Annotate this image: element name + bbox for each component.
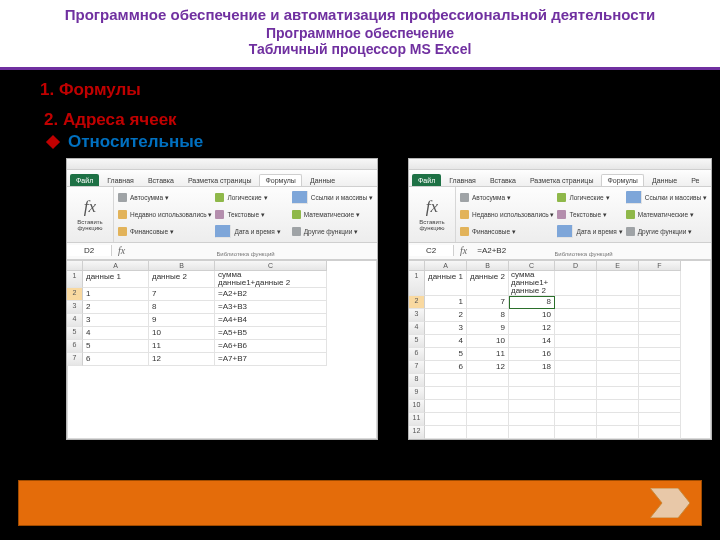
cell[interactable]: 18 [509, 361, 555, 374]
ribbon-math[interactable]: Математические ▾ [292, 207, 373, 223]
col-header[interactable]: A [83, 261, 149, 271]
col-header[interactable]: D [555, 261, 597, 271]
ribbon-datetime[interactable]: Дата и время ▾ [557, 224, 622, 240]
cell[interactable]: 16 [509, 348, 555, 361]
formula-input[interactable]: =A2+B2 [473, 246, 711, 255]
row-header[interactable]: 3 [409, 309, 425, 322]
cell[interactable] [425, 413, 467, 426]
ribbon-financial[interactable]: Финансовые ▾ [118, 224, 212, 240]
cell[interactable]: 6 [83, 353, 149, 366]
cell[interactable]: 10 [467, 335, 509, 348]
cell[interactable]: 12 [467, 361, 509, 374]
col-header[interactable]: B [149, 261, 215, 271]
row-header[interactable]: 7 [409, 361, 425, 374]
cell[interactable]: 12 [509, 322, 555, 335]
cell[interactable] [639, 413, 681, 426]
cell[interactable] [597, 335, 639, 348]
cell[interactable]: 8 [509, 296, 555, 309]
cell[interactable] [509, 426, 555, 439]
cell[interactable] [509, 400, 555, 413]
row-header[interactable]: 5 [67, 327, 83, 340]
tab-data[interactable]: Данные [646, 174, 683, 186]
tab-file[interactable]: Файл [412, 174, 441, 186]
tab-home[interactable]: Главная [101, 174, 140, 186]
cell[interactable] [555, 374, 597, 387]
ribbon-recent[interactable]: Недавно использовались ▾ [118, 207, 212, 223]
ribbon-financial[interactable]: Финансовые ▾ [460, 224, 554, 240]
cell[interactable] [597, 271, 639, 296]
row-header[interactable]: 7 [67, 353, 83, 366]
cell[interactable]: 4 [425, 335, 467, 348]
cell[interactable] [555, 413, 597, 426]
select-all-corner[interactable] [67, 261, 83, 271]
cell[interactable] [639, 374, 681, 387]
cell[interactable]: 11 [467, 348, 509, 361]
tab-file[interactable]: Файл [70, 174, 99, 186]
ribbon-text[interactable]: Текстовые ▾ [215, 207, 288, 223]
cell[interactable] [597, 348, 639, 361]
next-slide-button[interactable] [650, 488, 690, 518]
cell[interactable] [639, 387, 681, 400]
cell[interactable]: данные 1 [83, 271, 149, 288]
ribbon-recent[interactable]: Недавно использовались ▾ [460, 207, 554, 223]
cell[interactable]: 7 [467, 296, 509, 309]
col-header[interactable]: A [425, 261, 467, 271]
row-header[interactable]: 6 [67, 340, 83, 353]
cell[interactable] [639, 361, 681, 374]
cell[interactable]: 2 [83, 301, 149, 314]
col-header[interactable]: C [509, 261, 555, 271]
cell[interactable] [555, 322, 597, 335]
name-box[interactable]: D2 [67, 245, 112, 256]
tab-insert[interactable]: Вставка [484, 174, 522, 186]
cell[interactable]: =A4+B4 [215, 314, 327, 327]
row-header[interactable]: 5 [409, 335, 425, 348]
cell[interactable]: 9 [149, 314, 215, 327]
row-header[interactable]: 4 [67, 314, 83, 327]
cell[interactable] [467, 387, 509, 400]
cell[interactable]: ▦ [509, 374, 555, 387]
cell[interactable]: сумма данные1+данные 2 [215, 271, 327, 288]
cell[interactable] [555, 348, 597, 361]
cell[interactable] [639, 426, 681, 439]
cell[interactable]: 8 [467, 309, 509, 322]
cell[interactable]: 1 [83, 288, 149, 301]
cell[interactable] [555, 271, 597, 296]
cell[interactable]: 6 [425, 361, 467, 374]
cell[interactable]: =A7+B7 [215, 353, 327, 366]
row-header[interactable]: 2 [67, 288, 83, 301]
cell[interactable] [639, 400, 681, 413]
row-header[interactable]: 1 [67, 271, 83, 288]
cell[interactable] [555, 426, 597, 439]
cell[interactable] [639, 309, 681, 322]
cell[interactable]: 3 [83, 314, 149, 327]
cell[interactable] [555, 400, 597, 413]
tab-data[interactable]: Данные [304, 174, 341, 186]
cell[interactable]: =A6+B6 [215, 340, 327, 353]
cell[interactable] [555, 309, 597, 322]
cell[interactable] [597, 400, 639, 413]
tab-home[interactable]: Главная [443, 174, 482, 186]
cell[interactable]: 5 [425, 348, 467, 361]
cell[interactable] [597, 309, 639, 322]
cell[interactable] [509, 413, 555, 426]
cell[interactable] [597, 374, 639, 387]
ribbon-math[interactable]: Математические ▾ [626, 207, 707, 223]
ribbon-autosum[interactable]: Автосумма ▾ [460, 190, 554, 206]
tab-formulas[interactable]: Формулы [259, 174, 301, 186]
cell[interactable] [597, 426, 639, 439]
cell[interactable]: 10 [149, 327, 215, 340]
cell[interactable] [425, 387, 467, 400]
tab-review[interactable]: Ре [685, 174, 705, 186]
cell[interactable] [597, 361, 639, 374]
name-box[interactable]: C2 [409, 245, 454, 256]
tab-formulas[interactable]: Формулы [601, 174, 643, 186]
cell[interactable] [425, 400, 467, 413]
cell[interactable]: 2 [425, 309, 467, 322]
col-header[interactable]: B [467, 261, 509, 271]
cell[interactable]: 7 [149, 288, 215, 301]
ribbon-lookup[interactable]: Ссылки и массивы ▾ [292, 190, 373, 206]
ribbon-datetime[interactable]: Дата и время ▾ [215, 224, 288, 240]
cell[interactable] [639, 296, 681, 309]
cell[interactable] [597, 413, 639, 426]
row-header[interactable]: 11 [409, 413, 425, 426]
